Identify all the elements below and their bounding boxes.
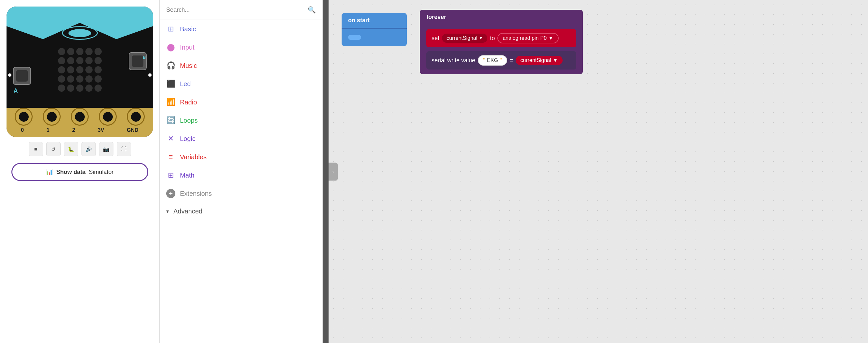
pin-label-3v: 3V (96, 126, 105, 134)
category-variables[interactable]: ≡ Variables (160, 148, 322, 166)
microbit-display (58, 26, 102, 92)
pin-label-1: 1 (45, 126, 51, 134)
on-start-body (342, 29, 407, 46)
category-radio-label: Radio (180, 98, 197, 106)
led-grid (58, 48, 102, 92)
category-basic[interactable]: ⊞ Basic (160, 20, 322, 38)
search-icon: 🔍 (308, 6, 316, 14)
debug-button[interactable]: 🐛 (64, 142, 78, 156)
current-signal-var-label: currentSignal (446, 35, 477, 41)
side-dot-right (148, 74, 152, 77)
extensions-label: Extensions (180, 190, 212, 197)
category-logic[interactable]: ✕ Logic (160, 130, 322, 148)
category-led[interactable]: ⬛ Led (160, 75, 322, 93)
led-24 (85, 85, 93, 92)
led-5 (95, 48, 102, 55)
math-icon: ⊞ (166, 171, 175, 180)
pin-circles (6, 108, 153, 126)
led-15 (95, 66, 102, 74)
advanced-item[interactable]: ▾ Advanced (160, 203, 322, 220)
led-12 (67, 66, 74, 74)
category-variables-label: Variables (180, 153, 207, 161)
collapse-toolbar-button[interactable]: ‹ (329, 163, 338, 180)
pin-labels: 0 1 2 3V GND (6, 126, 153, 134)
ekg-label: EKG (487, 57, 498, 63)
led-icon: ⬛ (166, 79, 175, 88)
restart-button[interactable]: ↺ (46, 142, 61, 156)
pin-circle-3v[interactable] (99, 108, 117, 126)
analog-read-pill[interactable]: analog read pin P0 ▼ (497, 33, 559, 44)
pin-circle-2[interactable] (71, 108, 89, 126)
button-a-label: A (14, 87, 18, 94)
radio-icon: 📶 (166, 97, 175, 107)
microbit-device: A B 0 1 2 3V GND (6, 6, 153, 137)
set-text: set (432, 35, 439, 42)
stop-button[interactable]: ■ (29, 142, 43, 156)
current-signal-dropdown[interactable]: currentSignal ▼ (442, 34, 487, 43)
pin-label-0: 0 (20, 126, 25, 134)
ekg-quote-close: " (499, 57, 502, 63)
category-math[interactable]: ⊞ Math (160, 166, 322, 184)
ekg-pill[interactable]: " EKG " (478, 55, 507, 65)
pin-dropdown-label: P0 (540, 35, 547, 41)
search-input[interactable] (166, 6, 304, 13)
forever-block[interactable]: forever set currentSignal ▼ to analog re… (420, 10, 583, 74)
serial-write-block[interactable]: serial write value " EKG " = currentSign… (426, 51, 576, 69)
screenshot-button[interactable]: 📷 (99, 142, 114, 156)
extensions-item[interactable]: + Extensions (160, 184, 322, 203)
analog-read-label: analog read pin (503, 35, 538, 41)
led-10 (95, 57, 102, 64)
category-logic-label: Logic (180, 135, 195, 143)
show-data-suffix: Simulator (89, 169, 114, 176)
category-led-label: Led (180, 80, 191, 88)
category-music[interactable]: 🎧 Music (160, 56, 322, 75)
to-text: to (490, 35, 495, 42)
led-25 (95, 85, 102, 92)
led-11 (58, 66, 65, 74)
on-start-header: on start (342, 13, 407, 29)
equals-sign: = (510, 57, 514, 64)
pin-strip: 0 1 2 3V GND (6, 108, 153, 137)
fullscreen-button[interactable]: ⛶ (117, 142, 131, 156)
led-9 (85, 57, 93, 64)
sound-button[interactable]: 🔊 (82, 142, 96, 156)
pin-circle-1[interactable] (43, 108, 61, 126)
led-4 (85, 48, 93, 55)
led-13 (76, 66, 84, 74)
button-b-label: B (143, 55, 146, 60)
category-list: ⊞ Basic ⬤ Input 🎧 Music ⬛ Led 📶 Radio 🔄 … (160, 20, 322, 343)
pin-label-2: 2 (71, 126, 76, 134)
category-input[interactable]: ⬤ Input (160, 38, 322, 56)
loops-icon: 🔄 (166, 116, 175, 125)
category-loops[interactable]: 🔄 Loops (160, 111, 322, 130)
forever-header: forever (420, 10, 583, 25)
simulator-panel: A B 0 1 2 3V GND (0, 0, 160, 343)
led-3 (76, 48, 84, 55)
blocks-workspace: on start forever set currentSignal ▼ to … (329, 0, 868, 343)
pin-label-gnd: GND (125, 126, 140, 134)
ekg-quote-open: " (483, 57, 486, 63)
logic-icon: ✕ (166, 134, 175, 143)
on-start-notch (348, 35, 361, 40)
set-block[interactable]: set currentSignal ▼ to analog read pin P… (426, 29, 576, 47)
led-19 (85, 76, 93, 83)
on-start-block[interactable]: on start (342, 13, 407, 46)
simulator-controls: ■ ↺ 🐛 🔊 📷 ⛶ (29, 142, 131, 156)
led-22 (67, 85, 74, 92)
current-signal-ref-pill[interactable]: currentSignal ▼ (516, 56, 562, 65)
led-6 (58, 57, 65, 64)
pin-circle-gnd[interactable] (127, 108, 145, 126)
search-bar: 🔍 (160, 0, 322, 20)
show-data-button[interactable]: 📊 Show data Simulator (11, 163, 148, 181)
current-signal-ref-arrow-icon: ▼ (553, 57, 558, 63)
microbit-oval-inner (68, 29, 91, 37)
led-8 (76, 57, 84, 64)
pin-circle-0[interactable] (15, 108, 33, 126)
category-radio[interactable]: 📶 Radio (160, 93, 322, 111)
button-a[interactable] (13, 67, 31, 85)
extensions-plus-icon: + (166, 189, 175, 198)
current-signal-ref-label: currentSignal (520, 57, 551, 63)
category-math-label: Math (180, 172, 194, 179)
category-basic-label: Basic (180, 25, 196, 33)
microbit-oval (62, 26, 98, 40)
